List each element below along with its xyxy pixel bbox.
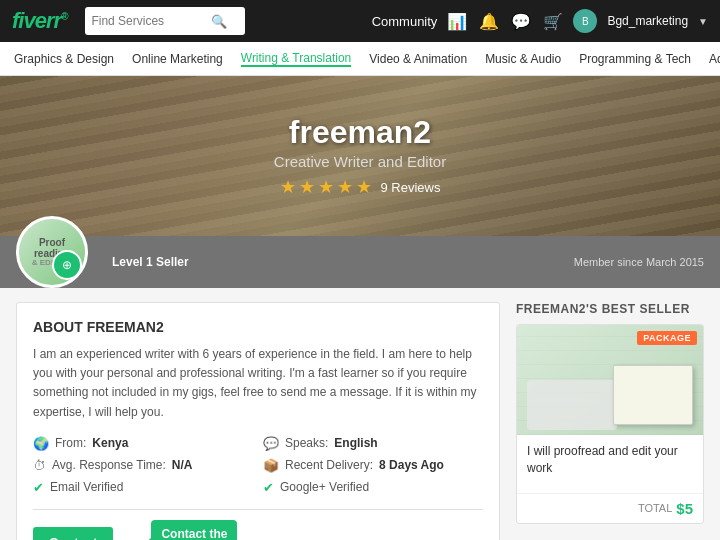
- meta-response-label: Avg. Response Time:: [52, 458, 166, 472]
- bar-chart-icon[interactable]: 📊: [447, 12, 467, 31]
- top-nav: fiverr® 🔍 Community 📊 🔔 💬 🛒 B Bgd_market…: [0, 0, 720, 42]
- package-badge: PACKAGE: [637, 331, 697, 345]
- gig-total-label: TOTAL: [638, 502, 672, 514]
- search-bar: 🔍: [85, 7, 245, 35]
- meta-delivery-value: 8 Days Ago: [379, 458, 444, 472]
- bestseller-header: FREEMAN2'S BEST SELLER: [516, 302, 704, 316]
- cat-marketing[interactable]: Online Marketing: [132, 52, 223, 66]
- cat-writing[interactable]: Writing & Translation: [241, 51, 352, 67]
- avatar: B: [573, 9, 597, 33]
- chat-bubble-icon: 💬: [263, 436, 279, 451]
- search-input[interactable]: [91, 14, 211, 28]
- star-2: ★: [299, 176, 315, 198]
- left-panel: ABOUT FREEMAN2 I am an experienced write…: [16, 302, 500, 540]
- meta-delivery-label: Recent Delivery:: [285, 458, 373, 472]
- hero-stars: ★ ★ ★ ★ ★ 9 Reviews: [274, 176, 446, 198]
- cat-advertising[interactable]: Advertising: [709, 52, 720, 66]
- meta-delivery: 📦 Recent Delivery: 8 Days Ago: [263, 458, 483, 473]
- hero-username: freeman2: [274, 114, 446, 151]
- star-4: ★: [337, 176, 353, 198]
- category-nav: Graphics & Design Online Marketing Writi…: [0, 42, 720, 76]
- meta-from: 🌍 From: Kenya: [33, 436, 253, 451]
- delivery-icon: 📦: [263, 458, 279, 473]
- reviews-text: 9 Reviews: [381, 180, 441, 195]
- avatar-initials: B: [582, 16, 589, 27]
- contact-row: Contact ← Contact thebuyer here: [33, 520, 483, 540]
- right-panel: FREEMAN2'S BEST SELLER PACKAGE I will pr…: [516, 302, 704, 540]
- meta-email: ✔ Email Verified: [33, 480, 253, 495]
- divider: [33, 509, 483, 510]
- star-5: ★: [356, 176, 372, 198]
- cart-icon[interactable]: 🛒: [543, 12, 563, 31]
- meta-google: ✔ Google+ Verified: [263, 480, 483, 495]
- meta-email-label: Email Verified: [50, 480, 123, 494]
- profile-badge-row: Proof reading & EDITING ⊕ Level 1 Seller…: [0, 236, 720, 288]
- contact-bubble: Contact thebuyer here: [151, 520, 237, 540]
- about-text: I am an experienced writer with 6 years …: [33, 345, 483, 422]
- chat-icon[interactable]: 💬: [511, 12, 531, 31]
- badge-symbol: ⊕: [62, 258, 72, 272]
- contact-button[interactable]: Contact: [33, 527, 113, 540]
- gig-title: I will proofread and edit your work: [527, 443, 693, 477]
- cat-video[interactable]: Video & Animation: [369, 52, 467, 66]
- globe-icon: 🌍: [33, 436, 49, 451]
- star-1: ★: [280, 176, 296, 198]
- cat-music[interactable]: Music & Audio: [485, 52, 561, 66]
- about-title: ABOUT FREEMAN2: [33, 319, 483, 335]
- gig-footer: TOTAL $5: [517, 493, 703, 523]
- meta-response-value: N/A: [172, 458, 193, 472]
- gig-image: PACKAGE: [517, 325, 703, 435]
- meta-speaks-value: English: [334, 436, 377, 450]
- gig-info: I will proofread and edit your work: [517, 435, 703, 493]
- main-content: ABOUT FREEMAN2 I am an experienced write…: [0, 288, 720, 540]
- hero-content: freeman2 Creative Writer and Editor ★ ★ …: [274, 114, 446, 198]
- nav-icons: 📊 🔔 💬 🛒: [447, 12, 563, 31]
- star-3: ★: [318, 176, 334, 198]
- meta-speaks-label: Speaks:: [285, 436, 328, 450]
- meta-from-value: Kenya: [92, 436, 128, 450]
- search-icon: 🔍: [211, 14, 227, 29]
- clock-icon: ⏱: [33, 458, 46, 473]
- gig-card[interactable]: PACKAGE I will proofread and edit your w…: [516, 324, 704, 524]
- hero-section: freeman2 Creative Writer and Editor ★ ★ …: [0, 76, 720, 236]
- community-link[interactable]: Community: [372, 14, 438, 29]
- nav-links: Community: [372, 14, 438, 29]
- meta-grid: 🌍 From: Kenya 💬 Speaks: English ⏱ Avg. R…: [33, 436, 483, 495]
- meta-speaks: 💬 Speaks: English: [263, 436, 483, 451]
- gig-price: $5: [676, 500, 693, 517]
- keyboard-visual: [527, 380, 617, 430]
- meta-google-label: Google+ Verified: [280, 480, 369, 494]
- meta-response: ⏱ Avg. Response Time: N/A: [33, 458, 253, 473]
- email-verified-icon: ✔: [33, 480, 44, 495]
- cat-graphics[interactable]: Graphics & Design: [14, 52, 114, 66]
- meta-from-label: From:: [55, 436, 86, 450]
- bell-icon[interactable]: 🔔: [479, 12, 499, 31]
- badge-icon: ⊕: [52, 250, 82, 280]
- user-nav-name[interactable]: Bgd_marketing: [607, 14, 688, 28]
- avatar-wrap: Proof reading & EDITING: [16, 216, 88, 288]
- arrow-right-icon: ←: [123, 532, 141, 540]
- notebook-visual: [613, 365, 693, 425]
- fiverr-logo[interactable]: fiverr®: [12, 8, 67, 34]
- user-menu-chevron[interactable]: ▼: [698, 16, 708, 27]
- cat-programming[interactable]: Programming & Tech: [579, 52, 691, 66]
- google-verified-icon: ✔: [263, 480, 274, 495]
- member-since: Member since March 2015: [574, 256, 704, 268]
- hero-title: Creative Writer and Editor: [274, 153, 446, 170]
- level-text: Level 1 Seller: [112, 255, 189, 269]
